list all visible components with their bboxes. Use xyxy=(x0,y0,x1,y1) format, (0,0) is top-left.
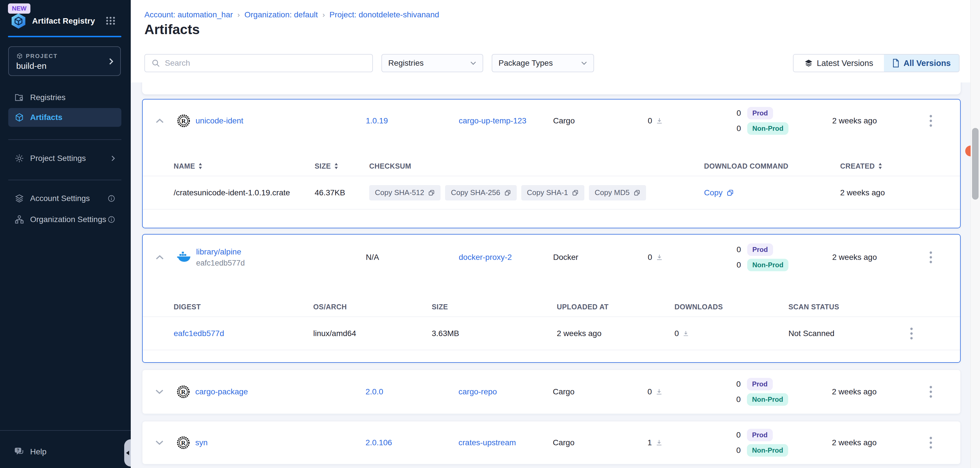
kebab-menu-icon[interactable] xyxy=(901,437,960,449)
nonprod-count: 0 xyxy=(711,260,741,269)
kebab-menu-icon[interactable] xyxy=(904,328,960,339)
artifact-card-syn: R syn 2.0.106 crates-upstream Cargo 1 0 … xyxy=(142,421,961,464)
artifact-version-link[interactable]: 2.0.106 xyxy=(366,438,392,447)
sidebar-item-organization-settings[interactable]: Organization Settings xyxy=(8,210,121,229)
download-icon xyxy=(655,388,663,395)
sidebar-divider xyxy=(8,180,121,180)
sidebar-item-label: Organization Settings xyxy=(30,215,108,224)
sidebar-item-registries[interactable]: Registries xyxy=(8,88,121,107)
artifact-registry-link[interactable]: docker-proxy-2 xyxy=(459,253,512,261)
sidebar-item-artifacts[interactable]: Artifacts xyxy=(8,108,121,127)
collapse-row-button[interactable] xyxy=(143,255,177,260)
app-title: Artifact Registry xyxy=(32,16,95,25)
digest-link[interactable]: eafc1edb577d xyxy=(173,329,224,338)
svg-text:?: ? xyxy=(17,448,19,452)
column-header-scan-status: SCAN STATUS xyxy=(788,303,904,311)
artifact-registry-link[interactable]: crates-upstream xyxy=(458,438,516,447)
sidebar-item-account-settings[interactable]: Account Settings xyxy=(8,189,121,208)
artifact-row: R cargo-package 2.0.0 cargo-repo Cargo 0… xyxy=(142,370,960,414)
artifact-registry-logo-icon xyxy=(10,13,27,29)
sidebar-divider xyxy=(8,139,121,140)
artifact-version-link[interactable]: 2.0.0 xyxy=(366,387,383,396)
artifact-name-link[interactable]: syn xyxy=(195,438,208,447)
column-header-size[interactable]: SIZE xyxy=(313,162,367,170)
expand-row-button[interactable] xyxy=(142,389,177,394)
project-selector[interactable]: PROJECT build-en xyxy=(8,46,121,76)
chevron-right-icon xyxy=(111,155,115,161)
sort-icon xyxy=(878,163,882,169)
kebab-menu-icon[interactable] xyxy=(901,386,960,398)
nonprod-count: 0 xyxy=(711,395,741,404)
prod-count: 0 xyxy=(711,430,741,439)
artifacts-cube-icon xyxy=(14,112,25,123)
manifest-download-count: 0 xyxy=(675,329,679,338)
artifact-version-link[interactable]: 1.0.19 xyxy=(366,116,388,125)
prod-badge: Prod xyxy=(747,378,773,390)
sidebar-item-label: Artifacts xyxy=(30,113,121,122)
download-icon xyxy=(656,254,663,261)
chevron-right-icon xyxy=(109,58,113,65)
sidebar-collapse-handle[interactable] xyxy=(124,439,131,466)
nonprod-count: 0 xyxy=(711,446,741,455)
search-box xyxy=(145,54,373,72)
nonprod-badge: Non-Prod xyxy=(747,444,788,457)
scrollbar-thumb[interactable] xyxy=(972,128,978,200)
versions-toggle-group: Latest Versions All Versions xyxy=(793,54,959,72)
gear-icon xyxy=(14,153,25,164)
package-types-dropdown-label: Package Types xyxy=(498,59,553,68)
info-icon[interactable] xyxy=(108,195,115,202)
sidebar-item-project-settings[interactable]: Project Settings xyxy=(8,149,121,168)
search-input[interactable] xyxy=(165,59,366,68)
download-icon xyxy=(682,330,689,337)
download-count: 0 xyxy=(648,253,652,262)
column-header-name[interactable]: NAME xyxy=(143,162,313,170)
collapse-row-button[interactable] xyxy=(143,118,177,123)
kebab-menu-icon[interactable] xyxy=(902,252,960,263)
artifact-type: Cargo xyxy=(552,438,646,447)
artifact-type: Docker xyxy=(552,253,646,262)
column-header-os-arch: OS/ARCH xyxy=(313,303,432,311)
artifact-name-link[interactable]: cargo-package xyxy=(195,387,248,396)
search-icon xyxy=(151,59,160,68)
module-grid-icon[interactable] xyxy=(105,16,116,25)
artifact-type: Cargo xyxy=(552,116,646,126)
files-table-header: NAME SIZE CHECKSUM DOWNLOAD COMMAND CREA… xyxy=(143,156,960,176)
column-header-created[interactable]: CREATED xyxy=(825,162,960,170)
new-badge: NEW xyxy=(8,3,30,14)
registries-dropdown[interactable]: Registries xyxy=(382,54,483,72)
artifact-name-link[interactable]: library/alpine xyxy=(196,247,245,256)
manifest-table-header: DIGEST OS/ARCH SIZE UPLOADED AT DOWNLOAD… xyxy=(143,297,960,317)
artifact-registry-link[interactable]: cargo-up-temp-123 xyxy=(459,116,527,125)
all-versions-button[interactable]: All Versions xyxy=(884,54,959,72)
latest-versions-button[interactable]: Latest Versions xyxy=(794,54,884,72)
artifact-registry-link[interactable]: cargo-repo xyxy=(458,387,497,396)
breadcrumb-project-link[interactable]: Project: donotdelete-shivanand xyxy=(329,10,439,19)
expand-row-button[interactable] xyxy=(142,440,177,445)
breadcrumb-organization-link[interactable]: Organization: default xyxy=(245,10,318,19)
scrollbar-track[interactable] xyxy=(970,0,980,468)
artifact-version: N/A xyxy=(364,253,455,262)
page-title: Artifacts xyxy=(145,22,200,37)
chevron-down-icon xyxy=(470,61,476,65)
copy-sha256-button[interactable]: Copy SHA-256 xyxy=(445,185,516,201)
sidebar-item-help[interactable]: ? Help xyxy=(8,443,121,461)
feedback-marker[interactable] xyxy=(965,146,970,156)
sort-icon xyxy=(198,163,202,169)
updated-time: 2 weeks ago xyxy=(825,116,902,126)
column-header-checksum: CHECKSUM xyxy=(367,162,704,170)
kebab-menu-icon[interactable] xyxy=(902,115,960,127)
info-icon[interactable] xyxy=(108,216,115,223)
column-header-size: SIZE xyxy=(432,303,557,311)
file-icon xyxy=(892,59,900,67)
column-header-uploaded-at: UPLOADED AT xyxy=(557,303,675,311)
copy-download-command-button[interactable]: Copy xyxy=(704,188,734,197)
package-types-dropdown[interactable]: Package Types xyxy=(492,54,594,72)
copy-sha512-button[interactable]: Copy SHA-512 xyxy=(369,185,441,201)
copy-sha1-button[interactable]: Copy SHA-1 xyxy=(521,185,585,201)
breadcrumb-account-link[interactable]: Account: automation_har xyxy=(145,10,233,19)
copy-md5-button[interactable]: Copy MD5 xyxy=(589,185,646,201)
prod-badge: Prod xyxy=(747,107,773,119)
latest-versions-label: Latest Versions xyxy=(817,59,873,68)
artifact-name-link[interactable]: unicode-ident xyxy=(196,116,243,126)
svg-text:R: R xyxy=(181,439,186,446)
